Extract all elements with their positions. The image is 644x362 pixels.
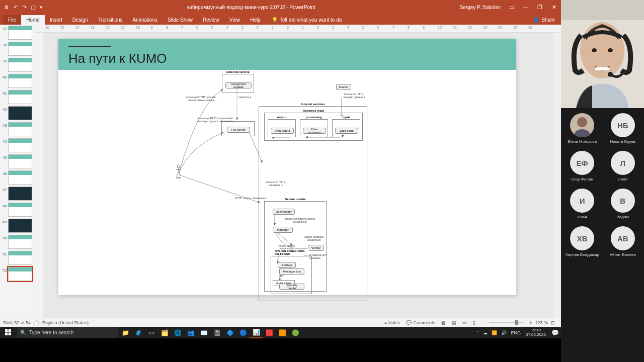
redo-icon[interactable]: ↷ [22, 4, 27, 11]
app-taskview-icon[interactable]: ▭ [145, 327, 158, 338]
ribbon-options-icon[interactable]: ▭ [505, 4, 519, 11]
node-manager[interactable]: Manager [273, 227, 293, 233]
participant-tile[interactable]: ХВ Харчев Владимир [564, 226, 601, 257]
participant-tile[interactable]: ЕФ Егор Филин [564, 151, 601, 182]
app-vscode-icon[interactable]: 🔷 [223, 327, 236, 338]
notes-button[interactable]: ≡ Notes [381, 320, 404, 325]
tab-slideshow[interactable]: Slide Show [163, 15, 198, 25]
zoom-out-icon[interactable]: − [478, 320, 487, 325]
autosave-icon[interactable]: 🗎 [4, 4, 10, 10]
app-edge-icon[interactable]: 🌐 [171, 327, 184, 338]
node-component-updater[interactable]: component updater [225, 82, 252, 88]
participant-tile[interactable]: Elena Morozova [564, 113, 601, 144]
slide-thumb-42[interactable]: 42 [1, 106, 34, 120]
share-button[interactable]: 👤Share [527, 17, 561, 25]
app-outlook-icon[interactable]: ✉️ [197, 327, 210, 338]
node-file-server[interactable]: File server [227, 127, 250, 133]
tray-clock[interactable]: 19:10 07.03.2023 [523, 328, 549, 337]
node-security-monitor[interactable]: Security monitor [279, 284, 304, 290]
current-slide[interactable]: На пути к КUMO [58, 39, 516, 295]
app-powerpoint-icon[interactable]: 📊 [250, 327, 263, 338]
tab-review[interactable]: Review [198, 15, 224, 25]
slide-thumb-44[interactable]: 44 [1, 138, 34, 152]
app-explorer-icon[interactable]: 📁 [119, 327, 132, 338]
slide-thumb-41[interactable]: 41 [1, 90, 34, 104]
app-chrome-icon[interactable]: 🔵 [236, 327, 250, 338]
view-normal-icon[interactable]: ▦ [438, 320, 449, 325]
node-data-input[interactable]: Data input [335, 128, 358, 134]
slide-thumb-49[interactable]: 49 [1, 219, 34, 233]
slide-thumb-48[interactable]: 48 [1, 203, 34, 217]
app-onenote-icon[interactable]: 📓 [210, 327, 223, 338]
slide-thumbnails-panel[interactable]: 37 38 39 40 41 42 43 44 45 46 [0, 25, 35, 318]
zoom-level[interactable]: 123 % [535, 320, 548, 325]
status-slide-number[interactable]: Slide 52 of 54 [3, 320, 31, 325]
node-downloader[interactable]: Downloader [273, 209, 295, 215]
undo-icon[interactable]: ↶ [14, 4, 18, 11]
tray-notifications-icon[interactable]: 💬 [549, 329, 561, 336]
app-files-icon[interactable]: 🗂️ [158, 327, 171, 338]
tray-volume-icon[interactable]: 🔊 [499, 330, 509, 335]
participant-tile[interactable]: АВ Айрат Валиев [605, 226, 641, 257]
minimize-icon[interactable]: — [519, 4, 533, 10]
vertical-scrollbar[interactable] [553, 33, 561, 318]
close-icon[interactable]: ✕ [547, 4, 561, 11]
tab-view[interactable]: View [224, 15, 246, 25]
zoom-in-icon[interactable]: + [526, 320, 535, 325]
app-store-icon[interactable]: 🧳 [132, 327, 145, 338]
participant-tile[interactable]: Л Лиля [605, 151, 641, 182]
tab-home[interactable]: Home [21, 15, 45, 25]
participant-tile[interactable]: В Вадим [605, 189, 641, 219]
tray-cloud-icon[interactable]: ☁ [481, 330, 490, 335]
slide-thumb-52[interactable]: 52 [1, 267, 34, 281]
tray-wifi-icon[interactable]: 📶 [490, 330, 499, 335]
view-slideshow-icon[interactable]: ▯ [470, 320, 478, 325]
accessibility-icon[interactable]: 📋 [31, 320, 42, 325]
tab-design[interactable]: Design [67, 15, 93, 25]
node-verifier[interactable]: Verifier [308, 245, 324, 251]
slide-thumb-47[interactable]: 47 [1, 187, 34, 201]
start-button[interactable] [0, 327, 16, 338]
slide-thumb-51[interactable]: 51 [1, 251, 34, 265]
slide-thumb-38[interactable]: 38 [1, 42, 34, 56]
view-sorter-icon[interactable]: ▤ [449, 320, 459, 325]
view-reading-icon[interactable]: ▭ [459, 320, 470, 325]
node-data-processor[interactable]: Data processor [303, 128, 326, 134]
node-device[interactable]: Device [336, 84, 351, 90]
comments-button[interactable]: 💬 Comments [403, 320, 438, 325]
slide-thumb-43[interactable]: 43 [1, 122, 34, 136]
tray-language[interactable]: ENG [509, 330, 523, 335]
architecture-diagram[interactable]: External service component updater испол… [58, 72, 516, 295]
tab-file[interactable]: File [3, 15, 21, 25]
slide-thumb-46[interactable]: 46 [1, 170, 34, 185]
status-language[interactable]: English (United States) [42, 320, 89, 325]
slide-thumb-50[interactable]: 50 [1, 235, 34, 249]
slideshow-icon[interactable]: ▢ [31, 4, 36, 11]
main-speaker-video[interactable] [561, 0, 644, 108]
participant-tile[interactable]: НБ Никита Бруев [605, 113, 641, 144]
slide-canvas-area[interactable]: На пути к КUMO [43, 33, 553, 318]
app-teams-icon[interactable]: 👥 [184, 327, 197, 338]
participant-tile[interactable]: И Илья [564, 189, 601, 219]
tab-transitions[interactable]: Transitions [93, 15, 128, 25]
tab-help[interactable]: Help [245, 15, 266, 25]
node-data-output[interactable]: Data output [271, 128, 294, 134]
taskbar-search[interactable]: 🔍 Type here to search [17, 327, 118, 338]
slide-thumb-40[interactable]: 40 [1, 74, 34, 88]
tab-insert[interactable]: Insert [45, 15, 67, 25]
maximize-icon[interactable]: ❐ [533, 4, 547, 11]
tab-animations[interactable]: Animations [128, 15, 163, 25]
slide-title[interactable]: На пути к КUMO [68, 51, 167, 66]
tray-chevron-icon[interactable]: ˄ [474, 330, 481, 335]
account-name[interactable]: Sergey P. Sobolev [455, 5, 505, 10]
slide-thumb-37[interactable]: 37 [1, 26, 34, 40]
node-message-bus[interactable]: Message bus [279, 268, 304, 275]
fit-to-window-icon[interactable]: ⊡ [548, 320, 558, 325]
qat-more-icon[interactable]: ▾ [40, 4, 43, 11]
app-misc2-icon[interactable]: 🟧 [276, 327, 289, 338]
app-misc3-icon[interactable]: 🟢 [289, 327, 302, 338]
zoom-slider[interactable] [489, 322, 524, 323]
app-misc1-icon[interactable]: 🟥 [263, 327, 276, 338]
slide-thumb-39[interactable]: 39 [1, 58, 34, 72]
slide-thumb-45[interactable]: 45 [1, 154, 34, 168]
